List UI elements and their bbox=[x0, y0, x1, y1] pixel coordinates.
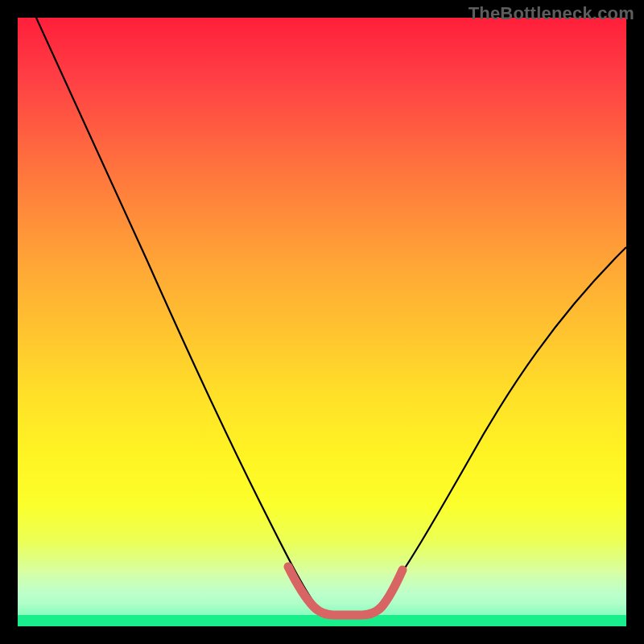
curve-layer bbox=[18, 18, 626, 626]
bottleneck-curve bbox=[36, 18, 626, 615]
plot-area bbox=[18, 18, 626, 626]
watermark-text: TheBottleneck.com bbox=[469, 3, 634, 24]
chart-stage: TheBottleneck.com bbox=[0, 0, 644, 644]
optimal-range-marker bbox=[288, 567, 402, 615]
